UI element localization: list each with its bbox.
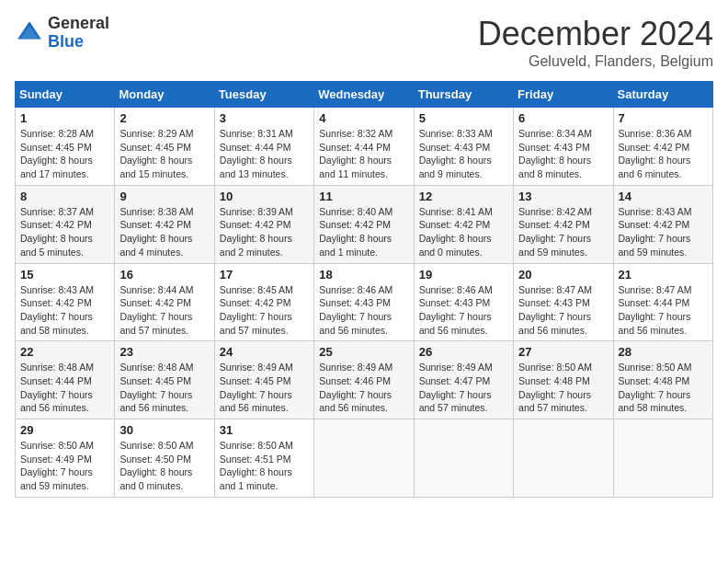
calendar-week-row: 8Sunrise: 8:37 AMSunset: 4:42 PMDaylight… [16,185,713,263]
day-info: Sunrise: 8:42 AMSunset: 4:42 PMDaylight:… [518,205,608,259]
day-number: 4 [319,111,408,125]
day-info: Sunrise: 8:31 AMSunset: 4:44 PMDaylight:… [220,127,309,181]
day-number: 13 [518,190,608,203]
table-row: 17Sunrise: 8:45 AMSunset: 4:42 PMDayligh… [214,263,313,341]
table-row: 20Sunrise: 8:47 AMSunset: 4:43 PMDayligh… [514,263,613,341]
day-number: 15 [20,268,109,282]
table-row: 15Sunrise: 8:43 AMSunset: 4:42 PMDayligh… [16,263,115,341]
table-row: 7Sunrise: 8:36 AMSunset: 4:42 PMDaylight… [613,108,712,186]
day-info: Sunrise: 8:50 AMSunset: 4:48 PMDaylight:… [518,361,608,415]
day-info: Sunrise: 8:45 AMSunset: 4:42 PMDaylight:… [220,283,309,338]
day-info: Sunrise: 8:49 AMSunset: 4:47 PMDaylight:… [419,361,508,415]
day-number: 17 [220,268,309,282]
header-thursday: Thursday [414,82,513,108]
table-row: 28Sunrise: 8:50 AMSunset: 4:48 PMDayligh… [613,341,712,419]
day-number: 16 [119,268,209,282]
day-info: Sunrise: 8:49 AMSunset: 4:45 PMDaylight:… [220,361,309,415]
table-row: 8Sunrise: 8:37 AMSunset: 4:42 PMDaylight… [16,185,115,263]
day-info: Sunrise: 8:48 AMSunset: 4:45 PMDaylight:… [119,361,209,415]
table-row: 19Sunrise: 8:46 AMSunset: 4:43 PMDayligh… [414,263,513,341]
title-block: December 2024 Geluveld, Flanders, Belgiu… [478,15,713,70]
day-info: Sunrise: 8:50 AMSunset: 4:50 PMDaylight:… [119,439,209,493]
logo-general: General [48,15,109,33]
calendar-week-row: 29Sunrise: 8:50 AMSunset: 4:49 PMDayligh… [16,419,713,498]
day-number: 19 [419,268,508,282]
day-number: 30 [119,423,209,437]
table-row: 6Sunrise: 8:34 AMSunset: 4:43 PMDaylight… [514,108,613,186]
day-info: Sunrise: 8:43 AMSunset: 4:42 PMDaylight:… [619,205,708,259]
table-row: 22Sunrise: 8:48 AMSunset: 4:44 PMDayligh… [16,341,115,419]
day-info: Sunrise: 8:46 AMSunset: 4:43 PMDaylight:… [319,283,408,338]
day-number: 5 [419,111,508,125]
day-info: Sunrise: 8:36 AMSunset: 4:42 PMDaylight:… [619,127,708,181]
table-row: 2Sunrise: 8:29 AMSunset: 4:45 PMDaylight… [115,108,214,186]
table-row [314,419,414,498]
table-row [514,419,613,498]
day-number: 9 [119,190,209,203]
day-number: 24 [220,345,309,359]
table-row: 14Sunrise: 8:43 AMSunset: 4:42 PMDayligh… [613,185,712,263]
table-row: 26Sunrise: 8:49 AMSunset: 4:47 PMDayligh… [414,341,513,419]
table-row: 13Sunrise: 8:42 AMSunset: 4:42 PMDayligh… [514,185,613,263]
day-number: 3 [220,111,309,125]
day-number: 6 [518,111,608,125]
day-number: 18 [319,268,408,282]
day-info: Sunrise: 8:33 AMSunset: 4:43 PMDaylight:… [419,127,508,181]
day-number: 28 [619,345,708,359]
table-row: 4Sunrise: 8:32 AMSunset: 4:44 PMDaylight… [314,108,414,186]
logo-icon [15,18,44,48]
table-row: 30Sunrise: 8:50 AMSunset: 4:50 PMDayligh… [115,419,214,498]
day-number: 21 [619,268,708,282]
table-row: 18Sunrise: 8:46 AMSunset: 4:43 PMDayligh… [314,263,414,341]
day-number: 26 [419,345,508,359]
calendar-week-row: 15Sunrise: 8:43 AMSunset: 4:42 PMDayligh… [16,263,713,341]
day-info: Sunrise: 8:47 AMSunset: 4:43 PMDaylight:… [518,283,608,338]
calendar-table: Sunday Monday Tuesday Wednesday Thursday… [15,81,713,498]
table-row: 11Sunrise: 8:40 AMSunset: 4:42 PMDayligh… [314,185,414,263]
day-number: 10 [220,190,309,203]
day-info: Sunrise: 8:44 AMSunset: 4:42 PMDaylight:… [119,283,209,338]
day-info: Sunrise: 8:37 AMSunset: 4:42 PMDaylight:… [20,205,109,259]
table-row: 27Sunrise: 8:50 AMSunset: 4:48 PMDayligh… [514,341,613,419]
table-row: 3Sunrise: 8:31 AMSunset: 4:44 PMDaylight… [214,108,313,186]
day-number: 8 [20,190,109,203]
day-info: Sunrise: 8:48 AMSunset: 4:44 PMDaylight:… [20,361,109,415]
day-info: Sunrise: 8:39 AMSunset: 4:42 PMDaylight:… [220,205,309,259]
table-row: 21Sunrise: 8:47 AMSunset: 4:44 PMDayligh… [613,263,712,341]
table-row: 24Sunrise: 8:49 AMSunset: 4:45 PMDayligh… [214,341,313,419]
table-row: 1Sunrise: 8:28 AMSunset: 4:45 PMDaylight… [16,108,115,186]
day-info: Sunrise: 8:40 AMSunset: 4:42 PMDaylight:… [319,205,408,259]
day-info: Sunrise: 8:28 AMSunset: 4:45 PMDaylight:… [20,127,109,181]
table-row [414,419,513,498]
header-saturday: Saturday [613,82,712,108]
table-row: 29Sunrise: 8:50 AMSunset: 4:49 PMDayligh… [16,419,115,498]
header-tuesday: Tuesday [214,82,313,108]
header-friday: Friday [514,82,613,108]
day-number: 31 [220,423,309,437]
day-info: Sunrise: 8:49 AMSunset: 4:46 PMDaylight:… [319,361,408,415]
table-row: 23Sunrise: 8:48 AMSunset: 4:45 PMDayligh… [115,341,214,419]
header-monday: Monday [115,82,214,108]
day-info: Sunrise: 8:29 AMSunset: 4:45 PMDaylight:… [119,127,209,181]
table-row: 10Sunrise: 8:39 AMSunset: 4:42 PMDayligh… [214,185,313,263]
day-info: Sunrise: 8:46 AMSunset: 4:43 PMDaylight:… [419,283,508,338]
day-info: Sunrise: 8:50 AMSunset: 4:49 PMDaylight:… [20,439,109,493]
day-number: 20 [518,268,608,282]
table-row: 12Sunrise: 8:41 AMSunset: 4:42 PMDayligh… [414,185,513,263]
day-number: 2 [119,111,209,125]
calendar-header-row: Sunday Monday Tuesday Wednesday Thursday… [16,82,713,108]
table-row: 25Sunrise: 8:49 AMSunset: 4:46 PMDayligh… [314,341,414,419]
calendar-week-row: 1Sunrise: 8:28 AMSunset: 4:45 PMDaylight… [16,108,713,186]
table-row [613,419,712,498]
calendar-week-row: 22Sunrise: 8:48 AMSunset: 4:44 PMDayligh… [16,341,713,419]
day-info: Sunrise: 8:41 AMSunset: 4:42 PMDaylight:… [419,205,508,259]
day-info: Sunrise: 8:43 AMSunset: 4:42 PMDaylight:… [20,283,109,338]
month-title: December 2024 [478,15,713,53]
day-info: Sunrise: 8:47 AMSunset: 4:44 PMDaylight:… [619,283,708,338]
day-number: 14 [619,190,708,203]
day-number: 23 [119,345,209,359]
day-info: Sunrise: 8:32 AMSunset: 4:44 PMDaylight:… [319,127,408,181]
day-number: 22 [20,345,109,359]
page-header: General Blue December 2024 Geluveld, Fla… [15,15,713,70]
day-number: 25 [319,345,408,359]
